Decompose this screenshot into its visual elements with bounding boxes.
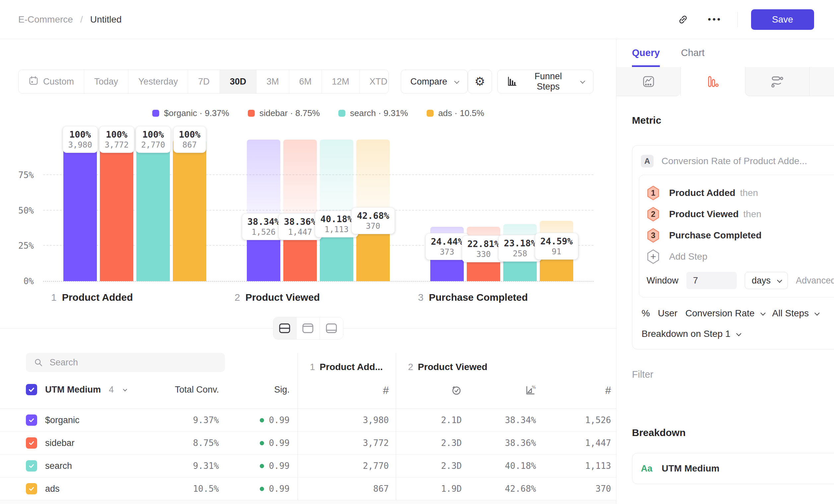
range-button-today[interactable]: Today (84, 70, 128, 93)
funnel-bar-ads-step2[interactable]: 42.68%370 (356, 140, 390, 281)
step-label-1[interactable]: 1Product Added (43, 292, 226, 303)
breadcrumb: E-Commerce / Untitled (18, 14, 122, 25)
range-button-12m[interactable]: 12M (322, 70, 359, 93)
conversion-column-icon[interactable]: % (464, 378, 539, 409)
avg-time-column-icon[interactable] (396, 378, 464, 409)
settings-gear-icon[interactable]: ⚙ (468, 70, 492, 93)
legend-item-search[interactable]: search · 9.31% (338, 108, 408, 118)
total-conv-header[interactable]: Total Conv. (173, 378, 219, 409)
table-row-sidebar[interactable]: sidebar8.75%0.993,7722.3D38.36%1,447 (0, 432, 616, 455)
share-link-icon[interactable] (674, 10, 692, 29)
range-button-yesterday[interactable]: Yesterday (128, 70, 188, 93)
funnel-bar-sidebar-step3[interactable]: 22.81%330 (467, 140, 500, 281)
breakdown-on-step-selector[interactable]: Breakdown on Step 1 (639, 328, 834, 339)
layout-chart-only-icon[interactable] (297, 317, 320, 339)
table-row-search[interactable]: search9.31%0.992,7702.3D40.18%1,113 (0, 455, 616, 478)
row-checkbox[interactable] (26, 437, 37, 449)
funnel-bar-ads-step1[interactable]: 100%867 (173, 140, 206, 281)
flows-icon[interactable] (745, 67, 809, 96)
legend-item-organic[interactable]: $organic · 9.37% (152, 108, 229, 118)
breakdown-section: Breakdown + (632, 426, 834, 440)
breadcrumb-separator: / (80, 14, 83, 25)
chevron-down-icon (777, 277, 782, 283)
metric-type-selector[interactable]: Conversion Rate (685, 308, 764, 319)
group-column-header[interactable]: UTM Medium 4 (0, 378, 173, 409)
range-button-custom[interactable]: Custom (19, 70, 84, 93)
more-menu-icon[interactable]: ••• (706, 10, 724, 29)
funnel-bar-organic-step3[interactable]: 24.44%373 (430, 140, 464, 281)
step2-count-value: 1,113 (539, 455, 616, 477)
window-unit-select[interactable]: days (745, 272, 788, 289)
insights-icon[interactable] (616, 67, 680, 96)
tab-query[interactable]: Query (632, 39, 660, 67)
table-row-ads[interactable]: ads10.5%0.998671.9D42.68%370 (0, 478, 616, 500)
count-column-icon[interactable]: # (539, 378, 616, 409)
legend-item-sidebar[interactable]: sidebar · 8.75% (248, 108, 320, 118)
avg-time-value: 2.1D (396, 409, 464, 431)
count-column-icon[interactable]: # (298, 378, 396, 409)
step-number-hexagon: 3 (646, 228, 660, 243)
step-labels: 1Product Added2Product Viewed3Purchase C… (43, 292, 593, 303)
funnel-bar-search-step1[interactable]: 100%2,770 (136, 140, 170, 281)
range-button-6m[interactable]: 6M (289, 70, 322, 93)
sig-value: 0.99 (219, 478, 298, 500)
layout-table-only-icon[interactable] (320, 317, 343, 339)
row-name: ads (45, 484, 60, 494)
breadcrumb-title[interactable]: Untitled (90, 14, 122, 25)
row-checkbox[interactable] (26, 414, 37, 426)
row-name: sidebar (45, 438, 75, 448)
search-input[interactable] (49, 358, 217, 368)
filter-label: Filter (632, 369, 653, 380)
bar (63, 140, 97, 281)
funnel-bar-search-step3[interactable]: 23.18%258 (503, 140, 537, 281)
sig-value: 0.99 (219, 409, 298, 431)
add-step-button[interactable]: + Add Step (646, 246, 834, 267)
table-step1-header[interactable]: 1 Product Add... (298, 353, 396, 378)
chart-type-button[interactable]: Funnel Steps (497, 70, 593, 93)
table-row-organic[interactable]: $organic9.37%0.993,9802.1D38.34%1,526 (0, 409, 616, 432)
funnel-bar-sidebar-step2[interactable]: 38.36%1,447 (283, 140, 317, 281)
query-panel-tabs: Query Chart (616, 39, 834, 67)
advanced-toggle[interactable]: Advanced (796, 276, 834, 286)
compare-button[interactable]: Compare (401, 70, 468, 93)
conv-pct-value: 42.68% (464, 478, 539, 500)
layout-split-icon[interactable] (273, 317, 297, 339)
chevron-down-icon (736, 331, 742, 336)
bar-group-step2: 38.34%1,52638.36%1,44740.18%1,11342.68%3… (226, 140, 410, 281)
funnel-bar-sidebar-step1[interactable]: 100%3,772 (100, 140, 133, 281)
entity-selector[interactable]: User (658, 308, 677, 319)
metric-name-row[interactable]: A Conversion Rate of Product Adde... (639, 151, 834, 175)
breadcrumb-project[interactable]: E-Commerce (18, 14, 73, 25)
steps-scope-selector[interactable]: All Steps (772, 308, 819, 319)
funnel-bar-organic-step1[interactable]: 100%3,980 (63, 140, 97, 281)
sig-header[interactable]: Sig. (219, 378, 298, 409)
range-button-xtd[interactable]: XTD (359, 70, 389, 93)
range-button-7d[interactable]: 7D (188, 70, 220, 93)
save-button[interactable]: Save (751, 9, 814, 30)
funnel-chart: 75%50%25%0% 100%3,980100%3,772100%2,7701… (0, 140, 616, 281)
query-step-2[interactable]: 2Product Viewedthen (646, 204, 834, 225)
avg-time-value: 2.3D (396, 455, 464, 477)
row-checkbox[interactable] (26, 460, 37, 472)
window-value-input[interactable]: 7 (686, 272, 737, 289)
select-all-checkbox[interactable] (26, 384, 37, 395)
range-button-3m[interactable]: 3M (257, 70, 289, 93)
breakdown-item[interactable]: Aa UTM Medium ⋮ (632, 453, 834, 484)
funnel-icon[interactable] (680, 67, 745, 96)
range-button-30d[interactable]: 30D (220, 70, 257, 93)
step-label-2[interactable]: 2Product Viewed (226, 292, 410, 303)
sig-value: 0.99 (219, 455, 298, 477)
funnel-bar-organic-step2[interactable]: 38.34%1,526 (247, 140, 280, 281)
legend-item-ads[interactable]: ads · 10.5% (426, 108, 484, 118)
funnel-bar-ads-step3[interactable]: 24.59%91 (540, 140, 573, 281)
funnel-bars-icon (507, 76, 518, 87)
funnel-bar-search-step2[interactable]: 40.18%1,113 (320, 140, 353, 281)
retention-icon[interactable] (809, 67, 834, 96)
query-step-1[interactable]: 1Product Addedthen (646, 182, 834, 204)
table-step2-header[interactable]: 2 Product Viewed (396, 353, 616, 378)
row-checkbox[interactable] (26, 483, 37, 495)
query-step-3[interactable]: 3Purchase Completed (646, 225, 834, 246)
window-label: Window (646, 276, 678, 286)
tab-chart[interactable]: Chart (681, 39, 705, 67)
step-label-3[interactable]: 3Purchase Completed (410, 292, 593, 303)
